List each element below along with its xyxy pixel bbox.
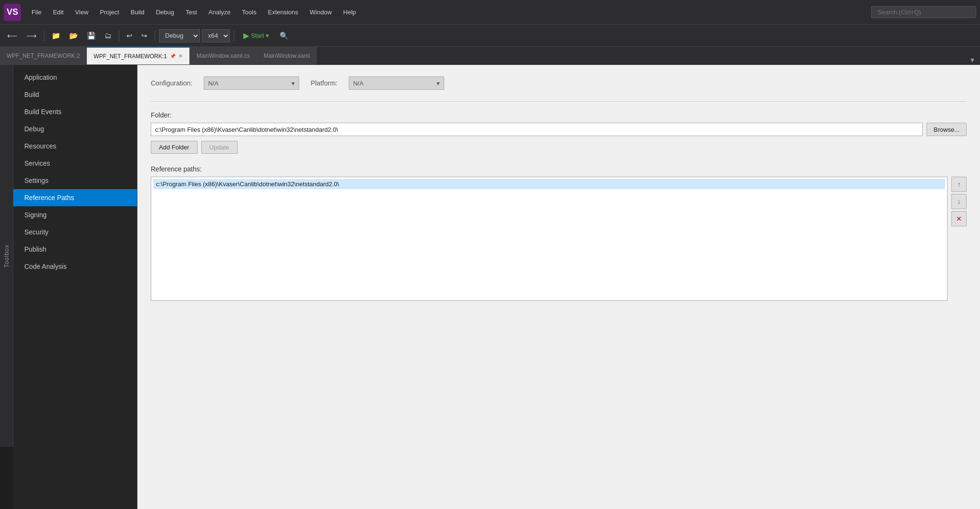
config-dropdown-icon: ▾ — [292, 80, 295, 87]
tab-close-icon[interactable]: ✕ — [178, 53, 183, 59]
menu-build[interactable]: Build — [126, 6, 149, 19]
ref-controls: ↑ ↓ ✕ — [951, 177, 967, 301]
platform-select[interactable]: x64 x86 — [202, 29, 230, 42]
start-dropdown-icon: ▾ — [266, 32, 269, 39]
menu-window[interactable]: Window — [305, 6, 336, 19]
config-select[interactable]: Debug Release — [159, 29, 200, 42]
sidebar-item-services[interactable]: Services — [13, 155, 137, 172]
start-label: Start — [251, 32, 264, 39]
browse-button[interactable]: Browse... — [927, 123, 967, 136]
sidebar-item-publish[interactable]: Publish — [13, 241, 137, 258]
toolbar-sep-2 — [119, 31, 119, 41]
menu-debug[interactable]: Debug — [151, 6, 179, 19]
ref-paths-list[interactable]: c:\Program Files (x86)\Kvaser\Canlib\dot… — [151, 177, 948, 301]
main-layout: Application Build Build Events Debug Res… — [13, 65, 980, 509]
move-up-button[interactable]: ↑ — [951, 177, 967, 192]
config-label: Configuration: — [151, 79, 192, 87]
add-folder-button[interactable]: Add Folder — [151, 141, 198, 154]
save-button[interactable]: 💾 — [83, 29, 99, 42]
toolbox-strip[interactable]: Toolbox — [0, 65, 13, 447]
sidebar-item-code-analysis[interactable]: Code Analysis — [13, 258, 137, 275]
vs-logo: VS — [4, 4, 21, 21]
menu-bar: VS File Edit View Project Build Debug Te… — [0, 0, 980, 25]
sidebar-item-signing[interactable]: Signing — [13, 206, 137, 223]
sidebar-item-security[interactable]: Security — [13, 223, 137, 241]
tab-mainwindow-xaml[interactable]: MainWindow.xaml — [257, 47, 317, 64]
toolbar-sep-4 — [234, 31, 234, 41]
menu-test[interactable]: Test — [181, 6, 202, 19]
tab-wpf2-label: WPF_NET_FRAMEWORK:2 — [7, 53, 80, 59]
undo-button[interactable]: ↩ — [123, 29, 136, 42]
menu-extensions[interactable]: Extensions — [263, 6, 303, 19]
tab-mainwindow-cs-label: MainWindow.xaml.cs — [197, 53, 250, 59]
menu-help[interactable]: Help — [338, 6, 361, 19]
redo-button[interactable]: ↪ — [138, 29, 151, 42]
sidebar: Application Build Build Events Debug Res… — [13, 65, 137, 509]
tab-mainwindow-xaml-label: MainWindow.xaml — [264, 53, 310, 59]
attach-button[interactable]: 🔍 — [276, 29, 292, 42]
menu-search-input[interactable] — [871, 6, 976, 18]
start-button[interactable]: ▶ Start ▾ — [238, 29, 274, 42]
tab-pin-icon[interactable]: 📌 — [170, 53, 176, 59]
config-value: N/A — [208, 80, 219, 87]
sidebar-item-build[interactable]: Build — [13, 86, 137, 103]
open-button[interactable]: 📂 — [66, 29, 82, 42]
start-icon: ▶ — [243, 31, 249, 40]
menu-analyze[interactable]: Analyze — [204, 6, 235, 19]
ref-paths-section-label: Reference paths: — [151, 165, 967, 173]
save-all-button[interactable]: 🗂 — [101, 29, 115, 42]
sidebar-item-build-events[interactable]: Build Events — [13, 103, 137, 120]
back-button[interactable]: ⟵ — [4, 29, 21, 42]
toolbar: ⟵ ⟶ 📁 📂 💾 🗂 ↩ ↪ Debug Release x64 x86 ▶ … — [0, 25, 980, 47]
forward-button[interactable]: ⟶ — [23, 29, 40, 42]
tab-bar: WPF_NET_FRAMEWORK:2 WPF_NET_FRAMEWORK:1 … — [0, 47, 980, 65]
config-platform-row: Configuration: N/A ▾ Platform: N/A ▾ — [151, 76, 967, 90]
menu-file[interactable]: File — [27, 6, 46, 19]
tab-wpf2[interactable]: WPF_NET_FRAMEWORK:2 — [0, 47, 87, 64]
menu-edit[interactable]: Edit — [48, 6, 68, 19]
tab-wpf1-label: WPF_NET_FRAMEWORK:1 — [94, 53, 167, 60]
toolbox-label: Toolbox — [3, 244, 10, 267]
platform-dropdown[interactable]: N/A ▾ — [349, 76, 444, 90]
menu-tools[interactable]: Tools — [237, 6, 261, 19]
update-button[interactable]: Update — [201, 141, 238, 154]
menu-project[interactable]: Project — [95, 6, 124, 19]
platform-label: Platform: — [311, 79, 337, 87]
sidebar-item-reference-paths[interactable]: Reference Paths — [13, 189, 137, 206]
toolbar-sep-3 — [155, 31, 155, 41]
divider-1 — [151, 101, 967, 102]
folder-row: Browse... — [151, 123, 967, 136]
move-down-button[interactable]: ↓ — [951, 194, 967, 209]
new-project-button[interactable]: 📁 — [48, 29, 64, 42]
tab-overflow-button[interactable]: ▾ — [965, 55, 980, 64]
folder-input[interactable] — [151, 123, 923, 136]
folder-section-label: Folder: — [151, 111, 967, 119]
tab-wpf1[interactable]: WPF_NET_FRAMEWORK:1 📌 ✕ — [87, 47, 189, 64]
platform-dropdown-icon: ▾ — [437, 80, 440, 87]
sidebar-item-resources[interactable]: Resources — [13, 138, 137, 155]
ref-paths-item-0[interactable]: c:\Program Files (x86)\Kvaser\Canlib\dot… — [153, 179, 945, 189]
sidebar-item-debug[interactable]: Debug — [13, 120, 137, 138]
platform-value: N/A — [353, 80, 364, 87]
buttons-row: Add Folder Update — [151, 141, 967, 154]
ref-paths-section: c:\Program Files (x86)\Kvaser\Canlib\dot… — [151, 177, 967, 301]
tab-mainwindow-cs[interactable]: MainWindow.xaml.cs — [190, 47, 257, 64]
menu-view[interactable]: View — [70, 6, 93, 19]
delete-button[interactable]: ✕ — [951, 211, 967, 226]
config-dropdown[interactable]: N/A ▾ — [204, 76, 299, 90]
content-area: Configuration: N/A ▾ Platform: N/A ▾ Fol… — [137, 65, 980, 509]
sidebar-item-settings[interactable]: Settings — [13, 172, 137, 189]
toolbar-sep-1 — [44, 31, 44, 41]
sidebar-item-application[interactable]: Application — [13, 69, 137, 86]
